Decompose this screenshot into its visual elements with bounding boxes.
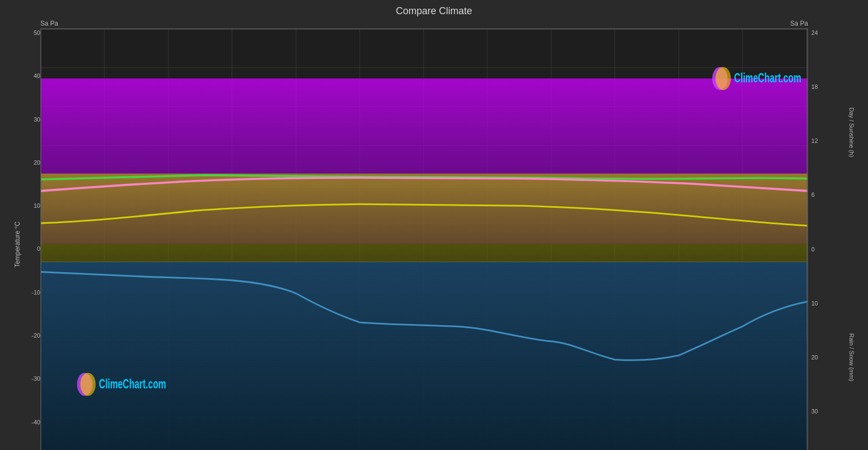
right-axis-rain-label: Rain / Snow (mm) <box>828 245 855 451</box>
tick-n10: -10 <box>23 289 40 296</box>
svg-point-32 <box>80 373 95 395</box>
svg-text:ClimeChart.com: ClimeChart.com <box>99 376 166 391</box>
right-tick-12: 12 <box>811 137 828 144</box>
location-left: Sa Pa <box>40 20 58 27</box>
right-axis-sunshine-label: Day / Sunshine (h) <box>828 20 855 245</box>
tick-n20: -20 <box>23 332 40 339</box>
right-tick-30: 30 <box>811 408 828 415</box>
top-labels: Sa Pa Sa Pa <box>40 20 808 28</box>
right-tick-0: 0 <box>811 246 828 253</box>
right-tick-20: 20 <box>811 354 828 361</box>
right-tick-10: 10 <box>811 300 828 307</box>
chart-title: Compare Climate <box>11 5 857 17</box>
tick-n30: -30 <box>23 375 40 382</box>
tick-n40: -40 <box>23 419 40 425</box>
main-container: Compare Climate Temperature °C 50 40 30 … <box>0 0 868 450</box>
tick-30: 30 <box>23 116 40 123</box>
tick-50: 50 <box>23 29 40 36</box>
right-tick-6: 6 <box>811 191 828 198</box>
tick-20: 20 <box>23 159 40 166</box>
tick-40: 40 <box>23 73 40 79</box>
right-tick-18: 18 <box>811 83 828 90</box>
left-axis-label: Temperature °C <box>11 221 22 267</box>
svg-point-35 <box>715 67 731 90</box>
tick-0: 0 <box>23 245 40 252</box>
svg-rect-23 <box>41 262 808 450</box>
svg-rect-25 <box>41 173 808 262</box>
location-right: Sa Pa <box>790 20 808 27</box>
right-tick-24: 24 <box>811 29 828 36</box>
svg-text:ClimeChart.com: ClimeChart.com <box>734 70 801 85</box>
tick-10: 10 <box>23 202 40 209</box>
chart-plot: ClimeChart.com ClimeChart.com <box>40 28 808 450</box>
chart-svg: ClimeChart.com ClimeChart.com <box>41 29 808 450</box>
chart-area: Temperature °C 50 40 30 20 10 0 -10 -20 … <box>11 20 857 450</box>
